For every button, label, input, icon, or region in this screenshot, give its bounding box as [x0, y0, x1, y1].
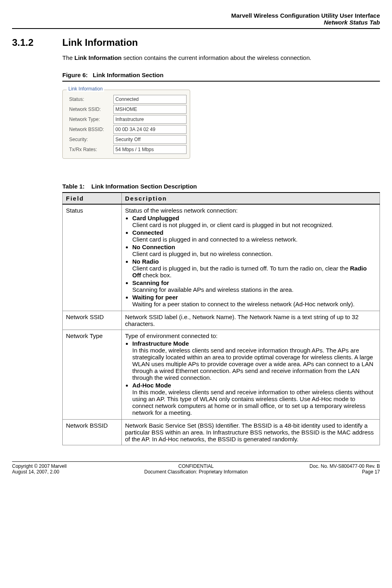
desc-cell: Network Basic Service Set (BSS) Identifi…	[122, 420, 380, 445]
link-info-label: Status:	[66, 96, 113, 102]
field-cell: Network BSSID	[63, 420, 122, 445]
footer-left: Copyright © 2007 Marvell August 14, 2007…	[12, 463, 133, 475]
link-info-value: Infrastructure	[113, 115, 187, 124]
link-info-panel: Link Information Status: Connected Netwo…	[62, 90, 190, 159]
list-item: Scanning for Scanning for available APs …	[132, 279, 376, 293]
col-description: Description	[122, 193, 380, 204]
figure-rule	[62, 81, 380, 82]
figure-title: Link Information Section	[93, 72, 164, 78]
item-term: Card Unplugged	[132, 215, 179, 221]
link-info-label: Network SSID:	[66, 107, 113, 112]
item-desc: Client card is not plugged in, or client…	[132, 221, 376, 228]
item-desc: Client card is plugged in, but no wirele…	[132, 250, 376, 257]
page-footer: Copyright © 2007 Marvell August 14, 2007…	[12, 463, 380, 475]
col-field: Field	[63, 193, 122, 204]
section-title: Link Information	[62, 37, 138, 48]
item-desc: In this mode, wireless clients send and …	[132, 347, 376, 381]
item-term: Ad-Hoc Mode	[132, 382, 171, 389]
table-row: Network Type Type of environment connect…	[63, 330, 380, 420]
item-term: Waiting for peer	[132, 294, 178, 301]
link-info-row-type: Network Type: Infrastructure	[66, 115, 187, 124]
lead-text: Type of environment connected to:	[125, 332, 218, 339]
field-cell: Status	[63, 204, 122, 311]
header-subtitle: Network Status Tab	[12, 19, 380, 26]
table-label: Table 1:	[62, 183, 85, 190]
footer-rule	[12, 461, 380, 462]
item-term: Infrastructure Mode	[132, 340, 189, 347]
list-item: No Radio Client card is plugged in, but …	[132, 258, 376, 279]
table-row: Status Status of the wireless network co…	[63, 204, 380, 311]
desc-cell: Status of the wireless network connectio…	[122, 204, 380, 311]
figure-label: Figure 6:	[62, 72, 88, 78]
desc-pre: Client card is plugged in, but the radio…	[132, 265, 350, 272]
intro-pre: The	[62, 54, 74, 61]
section-heading: 3.1.2 Link Information	[12, 37, 380, 48]
list-item: Infrastructure Mode In this mode, wirele…	[132, 340, 376, 381]
header-rule	[12, 28, 380, 29]
figure-caption: Figure 6: Link Information Section	[62, 72, 380, 78]
table-row: Network BSSID Network Basic Service Set …	[63, 420, 380, 445]
list-item: Connected Client card is plugged in and …	[132, 229, 376, 243]
footer-date: August 14, 2007, 2.00	[12, 469, 133, 475]
footer-confidential: CONFIDENTIAL	[135, 463, 257, 469]
intro-bold: Link Information	[74, 54, 122, 61]
status-list: Card Unplugged Client card is not plugge…	[125, 215, 376, 307]
field-cell: Network Type	[63, 330, 122, 420]
link-info-row-security: Security: Security Off	[66, 135, 187, 144]
link-info-value: Connected	[113, 95, 187, 104]
desc-post: check box.	[141, 272, 172, 279]
footer-classification: Document Classification: Proprietary Inf…	[135, 469, 257, 475]
item-desc: Client card is plugged in and connected …	[132, 236, 376, 243]
link-info-value: 54 Mbps / 1 Mbps	[113, 145, 187, 154]
item-desc: In this mode, wireless clients send and …	[132, 389, 376, 416]
item-desc: Waiting for a peer station to connect to…	[132, 301, 376, 307]
item-desc: Client card is plugged in, but the radio…	[132, 265, 376, 279]
desc-cell: Network SSID label (i.e., Network Name).…	[122, 311, 380, 330]
list-item: Card Unplugged Client card is not plugge…	[132, 215, 376, 228]
link-info-row-rates: Tx/Rx Rates: 54 Mbps / 1 Mbps	[66, 145, 187, 154]
desc-cell: Type of environment connected to: Infras…	[122, 330, 380, 420]
link-info-label: Tx/Rx Rates:	[66, 147, 113, 152]
item-term: No Radio	[132, 258, 159, 265]
link-info-legend: Link Information	[67, 86, 104, 92]
table-title: Link Information Section Description	[91, 183, 197, 190]
link-info-value: Security Off	[113, 135, 187, 144]
section-number: 3.1.2	[12, 37, 62, 48]
field-cell: Network SSID	[63, 311, 122, 330]
item-term: Scanning for	[132, 279, 169, 286]
table-caption: Table 1: Link Information Section Descri…	[62, 183, 380, 190]
link-info-row-ssid: Network SSID: MSHOME	[66, 105, 187, 114]
item-desc: Scanning for available APs and wireless …	[132, 286, 376, 293]
link-info-label: Security:	[66, 137, 113, 142]
intro-paragraph: The Link Information section contains th…	[62, 54, 380, 61]
item-term: No Connection	[132, 244, 175, 250]
link-info-row-bssid: Network BSSID: 00 0D 3A 24 02 49	[66, 125, 187, 134]
link-info-row-status: Status: Connected	[66, 95, 187, 104]
page-header: Marvell Wireless Configuration Utility U…	[12, 12, 380, 26]
footer-right: Doc. No. MV-S800477-00 Rev. B Page 17	[259, 463, 380, 475]
link-info-label: Network Type:	[66, 117, 113, 122]
link-info-value: MSHOME	[113, 105, 187, 114]
item-term: Connected	[132, 229, 164, 236]
link-info-label: Network BSSID:	[66, 127, 113, 132]
lead-text: Status of the wireless network connectio…	[125, 207, 238, 214]
table-row: Network SSID Network SSID label (i.e., N…	[63, 311, 380, 330]
intro-post: section contains the current information…	[122, 54, 312, 61]
list-item: Waiting for peer Waiting for a peer stat…	[132, 294, 376, 307]
footer-center: CONFIDENTIAL Document Classification: Pr…	[135, 463, 257, 475]
link-info-value: 00 0D 3A 24 02 49	[113, 125, 187, 134]
header-title: Marvell Wireless Configuration Utility U…	[12, 12, 380, 19]
footer-page: Page 17	[259, 469, 380, 475]
description-table: Field Description Status Status of the w…	[62, 192, 380, 445]
list-item: Ad-Hoc Mode In this mode, wireless clien…	[132, 382, 376, 416]
footer-copyright: Copyright © 2007 Marvell	[12, 463, 133, 469]
list-item: No Connection Client card is plugged in,…	[132, 244, 376, 257]
footer-docno: Doc. No. MV-S800477-00 Rev. B	[259, 463, 380, 469]
table-header-row: Field Description	[63, 193, 380, 204]
type-list: Infrastructure Mode In this mode, wirele…	[125, 340, 376, 416]
